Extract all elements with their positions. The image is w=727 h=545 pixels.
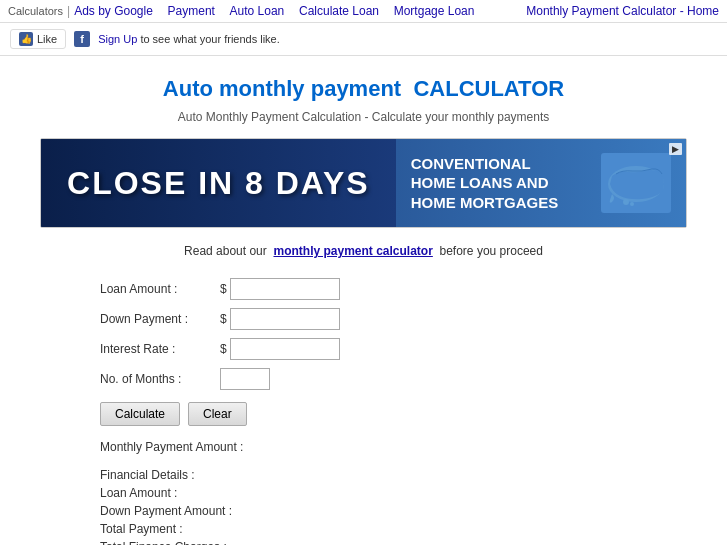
nav-sep: | [67, 4, 70, 18]
down-payment-row: Down Payment : $ [100, 308, 687, 330]
ad-main-text: CLOSE IN 8 DAYS [67, 165, 370, 202]
ad-line1: CONVENTIONAL [411, 154, 591, 174]
main-content: Auto monthly payment CALCULATOR Auto Mon… [0, 56, 727, 545]
down-payment-result-label: Down Payment Amount : [100, 504, 232, 518]
proceed-link[interactable]: monthly payment calculator [273, 244, 432, 258]
social-text: Sign Up to see what your friends like. [98, 33, 280, 45]
svg-point-2 [630, 202, 634, 206]
ad-line2: HOME LOANS AND [411, 173, 591, 193]
top-nav-left: Calculators | Ads by Google Payment Auto… [8, 4, 474, 18]
total-payment-label: Total Payment : [100, 522, 183, 536]
interest-rate-row: Interest Rate : $ [100, 338, 687, 360]
loan-amount-result-label: Loan Amount : [100, 486, 177, 500]
financial-details-result: Financial Details : [100, 468, 687, 482]
clear-button[interactable]: Clear [188, 402, 247, 426]
auto-loan-link[interactable]: Auto Loan [230, 4, 285, 18]
proceed-suffix: before you proceed [440, 244, 543, 258]
social-bar: 👍 Like f Sign Up to see what your friend… [0, 23, 727, 56]
no-months-input[interactable] [220, 368, 270, 390]
loan-amount-result: Loan Amount : [100, 486, 687, 500]
top-nav-bar: Calculators | Ads by Google Payment Auto… [0, 0, 727, 23]
interest-currency-symbol: $ [220, 342, 227, 356]
interest-rate-label: Interest Rate : [100, 342, 220, 356]
calculators-link: Calculators [8, 5, 63, 17]
result-section: Monthly Payment Amount : Financial Detai… [40, 440, 687, 545]
usa-map-svg [604, 156, 669, 211]
like-label: Like [37, 33, 57, 45]
home-link[interactable]: Monthly Payment Calculator - Home [526, 4, 719, 18]
proceed-prefix: Read about our [184, 244, 267, 258]
proceed-text: Read about our monthly payment calculato… [40, 244, 687, 258]
loan-currency-symbol: $ [220, 282, 227, 296]
thumb-up-icon: 👍 [19, 32, 33, 46]
payment-link[interactable]: Payment [168, 4, 215, 18]
calculate-loan-link[interactable]: Calculate Loan [299, 4, 379, 18]
no-months-label: No. of Months : [100, 372, 220, 386]
result-spacer [100, 458, 687, 468]
down-payment-label: Down Payment : [100, 312, 220, 326]
ad-line3: HOME MORTGAGES [411, 193, 591, 213]
interest-rate-input[interactable] [230, 338, 340, 360]
title-plain: Auto monthly payment [163, 76, 401, 101]
friends-text: to see what your friends like. [140, 33, 279, 45]
monthly-payment-label: Monthly Payment Amount : [100, 440, 243, 454]
loan-amount-input[interactable] [230, 278, 340, 300]
ads-by-google-link[interactable]: Ads by Google [74, 4, 153, 18]
signup-link[interactable]: Sign Up [98, 33, 137, 45]
page-title: Auto monthly payment CALCULATOR [40, 76, 687, 102]
loan-amount-label: Loan Amount : [100, 282, 220, 296]
financial-details-label: Financial Details : [100, 468, 195, 482]
ad-banner[interactable]: CLOSE IN 8 DAYS CONVENTIONAL HOME LOANS … [40, 138, 687, 228]
down-payment-result: Down Payment Amount : [100, 504, 687, 518]
home-link-area: Monthly Payment Calculator - Home [526, 4, 719, 18]
facebook-icon: f [74, 31, 90, 47]
total-finance-label: Total Finance Charges : [100, 540, 227, 545]
total-finance-result: Total Finance Charges : [100, 540, 687, 545]
down-payment-input[interactable] [230, 308, 340, 330]
total-payment-result: Total Payment : [100, 522, 687, 536]
mortgage-loan-link[interactable]: Mortgage Loan [394, 4, 475, 18]
svg-point-1 [623, 199, 629, 205]
no-months-row: No. of Months : [100, 368, 687, 390]
loan-amount-row: Loan Amount : $ [100, 278, 687, 300]
ad-corner-tag: ▶ [669, 143, 682, 155]
ad-right-section: CONVENTIONAL HOME LOANS AND HOME MORTGAG… [396, 139, 686, 227]
ad-left-section: CLOSE IN 8 DAYS [41, 139, 396, 227]
page-subtitle: Auto Monthly Payment Calculation - Calcu… [40, 110, 687, 124]
form-section: Loan Amount : $ Down Payment : $ Interes… [40, 278, 687, 426]
ad-map-graphic [601, 153, 671, 213]
ad-right-text: CONVENTIONAL HOME LOANS AND HOME MORTGAG… [411, 154, 591, 213]
calculate-button[interactable]: Calculate [100, 402, 180, 426]
monthly-payment-result: Monthly Payment Amount : [100, 440, 687, 454]
button-row: Calculate Clear [100, 402, 687, 426]
down-currency-symbol: $ [220, 312, 227, 326]
like-button[interactable]: 👍 Like [10, 29, 66, 49]
title-accent: CALCULATOR [413, 76, 564, 101]
